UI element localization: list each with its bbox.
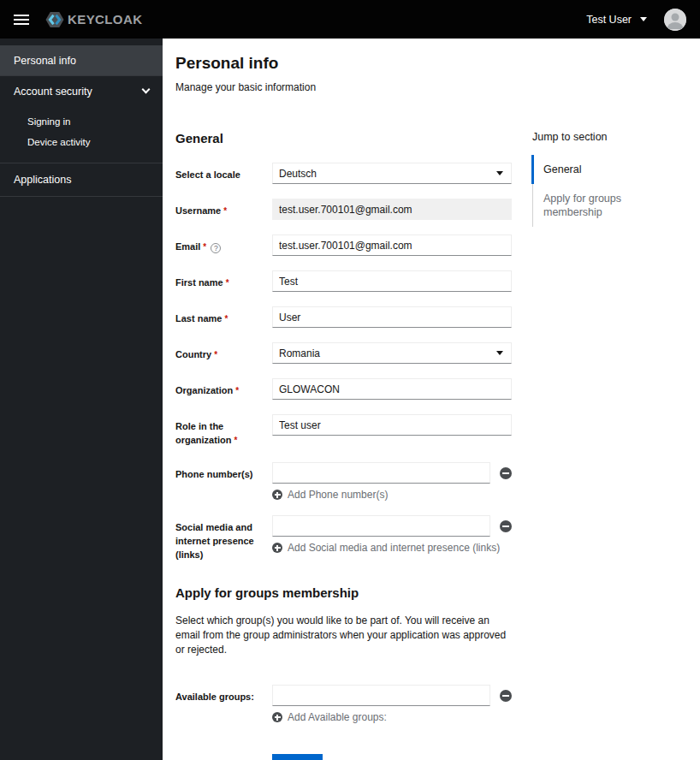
general-section-heading: General [175, 131, 518, 145]
available-groups-input[interactable] [272, 685, 490, 706]
menu-toggle-button[interactable] [14, 15, 29, 25]
form-row-locale: Select a locale Deutsch [175, 163, 518, 184]
role-input[interactable] [272, 414, 512, 436]
email-input[interactable] [272, 235, 512, 256]
field-label: Username* [175, 199, 272, 220]
first-name-input[interactable] [272, 270, 512, 292]
plus-circle-icon [272, 543, 282, 553]
groups-section-heading: Apply for groups membership [175, 585, 518, 600]
sidebar-nav: Personal info Account security Signing i… [0, 39, 163, 760]
remove-phone-button minus-circle-icon[interactable] [500, 467, 512, 479]
jump-to-section-heading: Jump to section [532, 131, 683, 143]
field-label: Available groups: [175, 685, 272, 723]
phone-input[interactable] [272, 462, 490, 484]
organization-input[interactable] [272, 378, 512, 400]
sidebar-item-personal-info[interactable]: Personal info [0, 45, 163, 75]
form-row-username: Username* [175, 199, 518, 220]
jump-to-section-panel: Jump to section General Apply for groups… [531, 131, 683, 760]
field-label: Organization* [175, 378, 272, 400]
add-link-label: Add Phone number(s) [288, 489, 388, 501]
keycloak-brand-link[interactable]: KEYCLOAK [44, 9, 142, 30]
form-row-social: Social media and internet presence (link… [175, 515, 518, 561]
add-phone-link[interactable]: Add Phone number(s) [272, 489, 512, 501]
plus-circle-icon [272, 490, 282, 500]
field-label: Last name* [175, 306, 272, 328]
keycloak-logo-icon [44, 9, 65, 30]
remove-social-button minus-circle-icon[interactable] [500, 520, 512, 532]
field-label: Email*? [175, 235, 272, 256]
save-button[interactable]: Save [272, 754, 323, 760]
add-group-link[interactable]: Add Available groups: [272, 711, 512, 723]
caret-down-icon [640, 17, 647, 21]
sidebar-item-device-activity[interactable]: Device activity [0, 132, 163, 152]
field-label: Phone number(s) [175, 462, 272, 501]
add-link-label: Add Social media and internet presence (… [288, 542, 500, 554]
field-label: Country* [175, 342, 272, 364]
groups-description: Select which group(s) you would like to … [175, 614, 516, 657]
field-label: Social media and internet presence (link… [175, 515, 272, 561]
remove-group-button minus-circle-icon[interactable] [500, 690, 512, 702]
form-row-country: Country* Romania [175, 342, 518, 364]
selected-value: Romania [279, 347, 320, 359]
sidebar-item-account-security[interactable]: Account security [0, 76, 163, 106]
avatar[interactable] [664, 9, 686, 31]
field-label: Role in the organization* [175, 414, 272, 448]
hamburger-icon [14, 15, 29, 16]
brand-name: KEYCLOAK [68, 12, 142, 27]
form-row-available-groups: Available groups: Add Available groups: [175, 685, 518, 723]
social-media-input[interactable] [272, 515, 490, 537]
form-row-email: Email*? [175, 235, 518, 256]
caret-down-icon [496, 171, 503, 175]
form-row-last-name: Last name* [175, 306, 518, 328]
required-indicator: * [214, 350, 217, 359]
required-indicator: * [224, 314, 228, 324]
chevron-down-icon [142, 86, 151, 94]
required-indicator: * [223, 206, 227, 216]
keycloak-account-console: KEYCLOAK Test User Personal info Account… [0, 0, 700, 760]
form-row-organization: Organization* [175, 378, 518, 400]
sidebar-subsection: Signing in Device activity [0, 106, 163, 163]
selected-value: Deutsch [279, 168, 317, 180]
sidebar-item-label: Applications [14, 174, 71, 186]
page-title: Personal info [175, 54, 683, 73]
caret-down-icon [496, 351, 503, 355]
jump-link-groups-membership[interactable]: Apply for groups membership [533, 184, 683, 227]
sidebar-item-label: Personal info [14, 55, 76, 67]
help-circle-icon[interactable]: ? [211, 243, 221, 253]
field-label: First name* [175, 270, 272, 292]
sidebar-item-signing-in[interactable]: Signing in [0, 111, 163, 132]
form-row-phone: Phone number(s) Add Phone number(s) [175, 462, 518, 501]
form-row-first-name: First name* [175, 270, 518, 292]
sidebar-item-label: Account security [14, 86, 92, 98]
country-select[interactable]: Romania [272, 342, 512, 364]
required-indicator: * [234, 436, 237, 445]
form-row-role: Role in the organization* [175, 414, 518, 448]
add-link-label: Add Available groups: [288, 711, 387, 723]
required-indicator: * [226, 278, 229, 288]
main-content: Personal info Manage your basic informat… [163, 39, 700, 760]
locale-select[interactable]: Deutsch [272, 163, 512, 184]
sidebar-item-label: Signing in [27, 116, 71, 127]
user-name: Test User [586, 14, 632, 26]
page-subtitle: Manage your basic information [175, 81, 683, 93]
avatar-icon [664, 9, 686, 31]
plus-circle-icon [272, 712, 282, 722]
sidebar-divider [0, 196, 163, 197]
sidebar-item-applications[interactable]: Applications [0, 163, 163, 196]
jump-to-section-list: General Apply for groups membership [532, 155, 683, 227]
topbar: KEYCLOAK Test User [0, 0, 700, 39]
username-input [272, 199, 512, 220]
jump-link-general[interactable]: General [531, 155, 683, 184]
user-menu-dropdown[interactable]: Test User [586, 14, 647, 26]
personal-info-form: General Select a locale Deutsch [175, 131, 518, 760]
add-social-link[interactable]: Add Social media and internet presence (… [272, 542, 512, 554]
field-label: Select a locale [175, 163, 272, 184]
sidebar-item-label: Device activity [27, 137, 91, 147]
required-indicator: * [235, 386, 239, 395]
required-indicator: * [203, 242, 206, 252]
last-name-input[interactable] [272, 306, 512, 328]
form-actions: Save Cancel [272, 754, 518, 760]
